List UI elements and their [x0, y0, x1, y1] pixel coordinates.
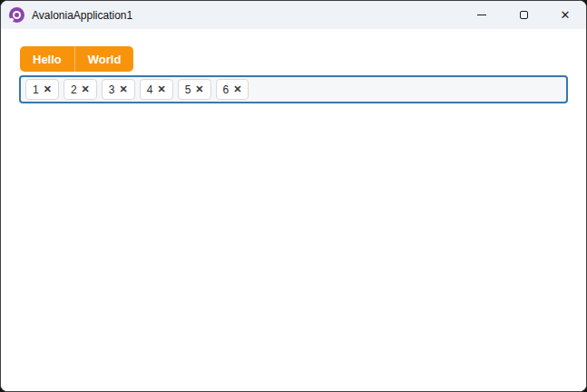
window-title: AvaloniaApplication1: [32, 9, 132, 22]
chip-6[interactable]: 6 ✕: [216, 79, 249, 100]
chip-label: 4: [147, 83, 153, 96]
caption-buttons: ✕: [461, 1, 586, 29]
app-window: AvaloniaApplication1 ✕ Hello World: [0, 0, 587, 392]
chip-1[interactable]: 1 ✕: [25, 79, 59, 100]
titlebar[interactable]: AvaloniaApplication1 ✕: [1, 1, 586, 29]
close-icon: ✕: [561, 9, 571, 21]
chip-remove-icon[interactable]: ✕: [157, 84, 165, 94]
maximize-icon: [520, 11, 528, 19]
chip-remove-icon[interactable]: ✕: [120, 84, 128, 94]
chip-5[interactable]: 5 ✕: [178, 79, 211, 100]
chip-remove-icon[interactable]: ✕: [195, 84, 203, 94]
avalonia-logo-icon: [9, 7, 24, 23]
tab-strip: Hello World: [20, 46, 133, 72]
chip-label: 1: [33, 83, 39, 96]
minimize-button[interactable]: [461, 1, 503, 29]
tag-input[interactable]: 1 ✕ 2 ✕ 3 ✕ 4 ✕ 5 ✕ 6 ✕: [19, 75, 568, 103]
close-button[interactable]: ✕: [544, 1, 586, 29]
chip-remove-icon[interactable]: ✕: [44, 84, 52, 94]
chip-label: 5: [185, 83, 191, 96]
chip-label: 2: [71, 83, 77, 96]
tab-hello[interactable]: Hello: [20, 46, 74, 72]
maximize-button[interactable]: [503, 1, 544, 29]
minimize-icon: [477, 15, 486, 15]
titlebar-left: AvaloniaApplication1: [1, 7, 461, 23]
chip-4[interactable]: 4 ✕: [140, 79, 173, 100]
chip-label: 6: [223, 83, 230, 96]
window-content: Hello World 1 ✕ 2 ✕ 3 ✕ 4 ✕: [1, 29, 586, 391]
chip-remove-icon[interactable]: ✕: [233, 84, 241, 94]
tab-hello-label: Hello: [33, 53, 62, 66]
chip-2[interactable]: 2 ✕: [64, 79, 97, 100]
chip-label: 3: [109, 83, 115, 96]
tab-world-label: World: [88, 53, 122, 66]
chip-remove-icon[interactable]: ✕: [82, 84, 90, 94]
chip-3[interactable]: 3 ✕: [102, 79, 135, 100]
tab-world[interactable]: World: [74, 46, 134, 72]
